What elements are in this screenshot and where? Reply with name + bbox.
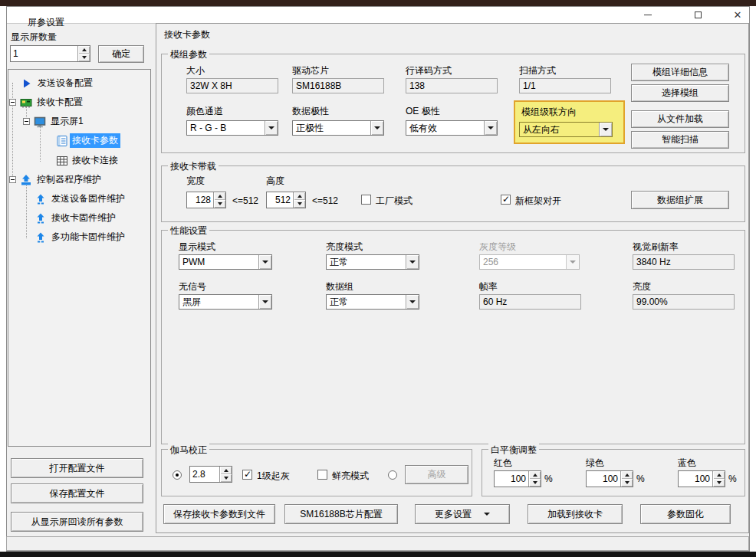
data-polarity-select[interactable]: 正极性 xyxy=(292,120,384,136)
no-signal-select[interactable]: 黑屏 xyxy=(179,294,272,310)
status-bar xyxy=(6,536,749,551)
display-count-spin-buttons[interactable] xyxy=(77,46,90,61)
performance-group: 性能设置 显示模式 PWM 亮度模式 正常 灰度等级 256 视觉刷新率 384… xyxy=(161,230,745,444)
width-label: 宽度 xyxy=(186,175,205,188)
cascade-direction-select[interactable]: 从左向右 xyxy=(519,122,613,137)
spin-up-icon[interactable] xyxy=(78,46,90,54)
green-percent-label: % xyxy=(636,473,645,484)
row-decode-field: 138 xyxy=(406,78,498,93)
load-from-file-button[interactable]: 从文件加载 xyxy=(631,110,729,128)
tree-item-multifunction-card-firmware[interactable]: 多功能卡固件维护 xyxy=(8,228,150,247)
spin-down-icon[interactable] xyxy=(78,54,90,61)
tree-item-display-screen-1[interactable]: 显示屏1 xyxy=(8,112,150,131)
cascade-direction-highlight: 模组级联方向 从左向右 xyxy=(514,100,625,144)
blue-spin-buttons[interactable] xyxy=(712,471,725,487)
oe-polarity-select[interactable]: 低有效 xyxy=(406,120,498,136)
tree-collapse-icon[interactable] xyxy=(9,176,16,183)
height-stepper[interactable]: 512 xyxy=(266,192,306,208)
spin-down-icon[interactable] xyxy=(621,479,633,487)
vivid-mode-checkbox[interactable] xyxy=(317,470,327,480)
spin-up-icon[interactable] xyxy=(294,192,305,200)
data-group-expand-button[interactable]: 数据组扩展 xyxy=(631,191,729,209)
brightness-mode-select[interactable]: 正常 xyxy=(326,254,419,270)
height-spin-buttons[interactable] xyxy=(293,192,305,208)
blue-stepper[interactable]: 100 xyxy=(678,470,725,487)
spin-down-icon[interactable] xyxy=(214,200,225,208)
save-config-file-button[interactable]: 保存配置文件 xyxy=(11,483,143,503)
gamma-stepper[interactable]: 2.8 xyxy=(189,466,232,483)
load-to-card-button[interactable]: 加载到接收卡 xyxy=(528,504,623,524)
minimize-icon xyxy=(644,15,652,15)
chip-config-button[interactable]: SM16188B芯片配置 xyxy=(284,504,398,524)
width-limit-label: <=512 xyxy=(232,195,258,206)
size-field: 32W X 8H xyxy=(186,78,278,93)
spin-up-icon[interactable] xyxy=(529,471,541,479)
red-spin-buttons[interactable] xyxy=(528,471,541,487)
more-settings-button[interactable]: 更多设置 xyxy=(415,504,510,524)
factory-mode-checkbox[interactable] xyxy=(361,195,371,205)
green-spin-buttons[interactable] xyxy=(620,471,633,487)
advanced-button: 高级 xyxy=(405,465,468,484)
display-count-label: 显示屏数量 xyxy=(11,31,57,44)
desktop-edge-bottom xyxy=(0,552,756,557)
oe-polarity-label: OE 极性 xyxy=(406,105,440,118)
gamma-advanced-radio[interactable] xyxy=(388,470,397,480)
solidify-params-button[interactable]: 参数固化 xyxy=(640,504,731,524)
maximize-icon xyxy=(695,11,702,18)
tree-item-receiving-card-connection[interactable]: 接收卡连接 xyxy=(8,151,150,170)
blue-percent-label: % xyxy=(728,473,737,484)
width-stepper[interactable]: 128 xyxy=(186,192,226,208)
spin-down-icon[interactable] xyxy=(294,200,305,208)
minimize-button[interactable] xyxy=(631,7,665,23)
green-stepper[interactable]: 100 xyxy=(586,470,633,487)
spin-down-icon[interactable] xyxy=(220,474,232,482)
readback-all-params-button[interactable]: 从显示屏回读所有参数 xyxy=(11,512,143,532)
gamma-group: 伽马校正 2.8 1级起灰 鲜亮模式 高级 xyxy=(161,449,472,496)
width-spin-buttons[interactable] xyxy=(213,192,225,208)
tree-item-controller-maintenance[interactable]: 控制器程序维护 xyxy=(8,170,150,189)
open-config-file-button[interactable]: 打开配置文件 xyxy=(11,458,143,478)
smart-scan-button[interactable]: 智能扫描 xyxy=(631,131,729,149)
gamma-spin-buttons[interactable] xyxy=(219,467,232,482)
close-button[interactable]: ✕ xyxy=(721,7,754,23)
module-detail-button[interactable]: 模组详细信息 xyxy=(631,64,729,81)
select-module-button[interactable]: 选择模组 xyxy=(631,84,729,102)
save-card-params-to-file-button[interactable]: 保存接收卡参数到文件 xyxy=(163,504,275,524)
desktop-edge-top xyxy=(0,0,756,6)
config-tree: 发送设备配置 接收卡配置 xyxy=(8,69,151,447)
red-percent-label: % xyxy=(544,473,553,484)
spin-down-icon[interactable] xyxy=(529,479,541,487)
maximize-button[interactable] xyxy=(681,7,715,23)
white-balance-group-title: 白平衡调整 xyxy=(488,444,539,457)
blue-label: 蓝色 xyxy=(678,457,696,470)
scan-mode-label: 扫描方式 xyxy=(519,64,556,77)
gamma-value-radio[interactable] xyxy=(173,470,182,480)
data-group-label: 数据组 xyxy=(326,280,353,293)
tree-collapse-icon[interactable] xyxy=(9,99,16,106)
gray-start-checkbox[interactable] xyxy=(242,470,252,480)
spin-up-icon[interactable] xyxy=(220,467,232,474)
firmware-upload-icon xyxy=(34,212,47,224)
tree-item-receiving-card-config[interactable]: 接收卡配置 xyxy=(8,93,150,112)
confirm-button[interactable]: 确定 xyxy=(98,45,144,63)
tree-item-receiving-card-firmware[interactable]: 接收卡固件维护 xyxy=(8,208,150,228)
display-count-stepper[interactable]: 1 xyxy=(10,45,90,62)
factory-mode-label: 工厂模式 xyxy=(376,195,413,208)
new-frame-checkbox[interactable] xyxy=(501,195,511,205)
spin-up-icon[interactable] xyxy=(621,471,633,479)
spin-up-icon[interactable] xyxy=(713,471,725,479)
spin-up-icon[interactable] xyxy=(214,192,225,200)
color-channel-select[interactable]: R - G - B xyxy=(186,120,278,136)
spin-down-icon[interactable] xyxy=(713,479,725,487)
tree-item-receiving-card-params[interactable]: 接收卡参数 xyxy=(8,131,150,150)
cascade-direction-label: 模组级联方向 xyxy=(521,106,577,119)
tree-item-send-device-config[interactable]: 发送设备配置 xyxy=(8,74,150,93)
more-settings-label: 更多设置 xyxy=(435,508,472,521)
gray-start-label: 1级起灰 xyxy=(257,470,290,483)
tree-item-send-device-firmware[interactable]: 发送设备固件维护 xyxy=(8,189,150,208)
tree-collapse-icon[interactable] xyxy=(23,118,30,125)
display-mode-select[interactable]: PWM xyxy=(179,254,272,270)
data-group-select[interactable]: 正常 xyxy=(326,294,419,310)
red-stepper[interactable]: 100 xyxy=(494,470,541,487)
window-title: 屏参设置 xyxy=(28,16,64,29)
